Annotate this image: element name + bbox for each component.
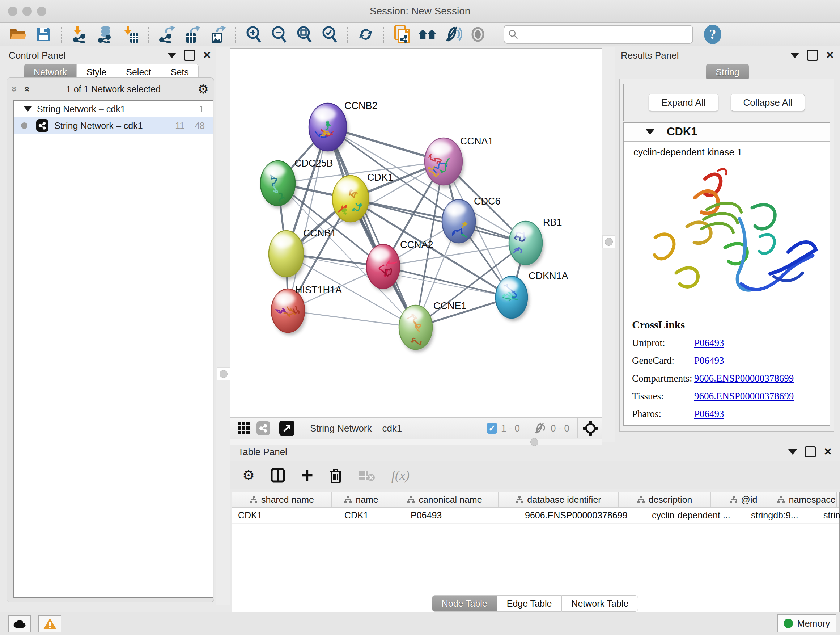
zoom-in-button[interactable] [244, 25, 263, 44]
panel-menu-icon[interactable] [790, 53, 799, 58]
selected-checkbox-icon[interactable]: ✓ [486, 423, 497, 434]
import-table-button[interactable] [121, 25, 140, 44]
crosslink-link[interactable]: 9606.ENSP00000378699 [694, 373, 794, 384]
node-CCNA1[interactable] [425, 138, 462, 185]
network-view-icon[interactable] [256, 421, 270, 435]
panel-float-icon[interactable] [807, 50, 818, 61]
show-columns-icon[interactable] [271, 468, 285, 483]
panel-close-icon[interactable]: ✕ [826, 50, 834, 60]
show-all-button[interactable] [418, 25, 437, 44]
column-header-canonical-name[interactable]: canonical name [391, 492, 499, 507]
table-cell[interactable]: CDK1 [339, 508, 405, 524]
column-header-database-identifier[interactable]: database identifier [499, 492, 619, 507]
table-cell[interactable]: cyclin-dependent ... [646, 508, 745, 524]
table-cell[interactable]: stringdb [818, 508, 840, 524]
import-network-database-button[interactable] [96, 25, 115, 44]
right-splitter[interactable] [602, 47, 615, 442]
birds-eye-view-icon[interactable] [279, 421, 294, 436]
node-RB1[interactable] [509, 221, 542, 264]
tree-expander-icon[interactable] [24, 106, 32, 111]
crosslink-link[interactable]: P06493 [694, 409, 724, 420]
export-table-icon [183, 25, 201, 43]
tab-string[interactable]: String [706, 64, 749, 80]
delete-column-icon[interactable] [329, 468, 342, 483]
toolbar-separator [347, 26, 348, 43]
horizontal-splitter[interactable] [230, 439, 602, 445]
refresh-button[interactable] [356, 25, 375, 44]
column-header-name[interactable]: name [332, 492, 391, 507]
node-CCNE1[interactable] [399, 305, 432, 349]
zoom-out-button[interactable] [270, 25, 288, 44]
node-CCNB1[interactable] [269, 231, 303, 277]
save-session-button[interactable] [34, 25, 53, 44]
left-splitter-handle[interactable] [217, 367, 230, 380]
edge-HIST1H1A-CCNE1[interactable] [288, 310, 416, 327]
crosslink-link[interactable]: P06493 [694, 355, 724, 366]
column-header-description[interactable]: description [619, 492, 711, 507]
memory-button[interactable]: Memory [777, 614, 836, 632]
search-field[interactable] [504, 25, 693, 44]
table-cell[interactable]: CDK1 [232, 508, 339, 524]
help-button[interactable]: ? [703, 25, 722, 44]
panel-close-icon[interactable]: ✕ [824, 447, 832, 457]
cloud-status-button[interactable] [8, 615, 31, 632]
tab-node-table[interactable]: Node Table [432, 595, 497, 612]
node-CDKN1A[interactable] [496, 276, 527, 318]
node-CDC25B[interactable] [261, 161, 295, 206]
column-header-@id[interactable]: @id [711, 492, 776, 507]
import-network-file-button[interactable] [71, 25, 89, 44]
node-label-RB1: RB1 [543, 217, 562, 228]
export-image-button[interactable] [208, 25, 227, 44]
hide-selected-button[interactable] [443, 25, 462, 44]
export-table-button[interactable] [183, 25, 202, 44]
table-options-gear-icon[interactable]: ⚙ [242, 469, 255, 482]
network-options-gear-icon[interactable]: ⚙ [198, 83, 209, 95]
node-position-icon[interactable] [582, 420, 599, 437]
table-cell[interactable]: P06493 [405, 508, 519, 524]
results-panel-title: Results Panel [621, 50, 679, 61]
tab-network-table[interactable]: Network Table [561, 595, 638, 612]
right-splitter-handle[interactable] [602, 235, 615, 249]
search-input[interactable] [522, 29, 689, 40]
node-CDK1[interactable] [332, 176, 369, 222]
zoom-fit-button[interactable] [295, 25, 314, 44]
gray-orb-button[interactable] [469, 25, 487, 44]
annotation-button[interactable] [393, 25, 411, 44]
table-cell[interactable]: stringdb:9... [745, 508, 818, 524]
edge-CCNA2-CDKN1A[interactable] [383, 266, 512, 297]
expand-all-tree-icon[interactable]: » [20, 86, 32, 92]
network-canvas[interactable]: CCNB2CCNA1CDC25BCDK1CDC6RB1CCNB1CCNA2CDK… [230, 48, 603, 418]
panel-close-icon[interactable]: ✕ [203, 50, 211, 60]
node-HIST1H1A[interactable] [271, 289, 305, 333]
table-cell[interactable]: 9606.ENSP00000378699 [519, 508, 646, 524]
string-network-graph[interactable]: CCNB2CCNA1CDC25BCDK1CDC6RB1CCNB1CCNA2CDK… [231, 49, 602, 417]
table-row[interactable]: CDK1CDK1P064939606.ENSP00000378699cyclin… [232, 508, 839, 524]
network-collection-row[interactable]: String Network – cdk1 1 [14, 101, 213, 117]
table-toolbar: ⚙ + f(x) [230, 461, 840, 489]
export-network-button[interactable] [157, 25, 176, 44]
tab-edge-table[interactable]: Edge Table [497, 595, 562, 612]
collapse-all-button[interactable]: Collapse All [731, 94, 805, 111]
crosslink-link[interactable]: P06493 [694, 337, 724, 348]
edge-CCNB2-CCNE1[interactable] [328, 127, 416, 327]
open-session-button[interactable] [9, 25, 28, 44]
zoom-selected-button[interactable] [320, 25, 339, 44]
node-CDC6[interactable] [442, 200, 475, 243]
column-header-namespace[interactable]: namespace [776, 492, 837, 507]
grid-view-icon[interactable] [237, 421, 251, 435]
node-CCNB2[interactable] [309, 103, 347, 151]
expand-all-button[interactable]: Expand All [649, 94, 718, 111]
left-splitter[interactable] [216, 47, 230, 605]
panel-menu-icon[interactable] [167, 53, 176, 58]
column-header-shared-name[interactable]: shared name [232, 492, 332, 507]
crosslink-link[interactable]: 9606.ENSP00000378699 [694, 391, 794, 402]
network-row-selected[interactable]: String Network – cdk1 11 48 [14, 117, 213, 134]
gene-entry-header[interactable]: CDK1 [624, 123, 829, 141]
panel-menu-icon[interactable] [788, 449, 797, 455]
warning-status-button[interactable] [38, 615, 62, 632]
panel-float-icon[interactable] [805, 447, 816, 457]
results-scroll-area[interactable]: CDK1 cyclin-dependent kinase 1 [623, 122, 830, 426]
panel-float-icon[interactable] [184, 50, 195, 61]
gene-collapse-icon[interactable] [646, 129, 654, 135]
collapse-all-tree-icon[interactable]: » [9, 86, 21, 92]
